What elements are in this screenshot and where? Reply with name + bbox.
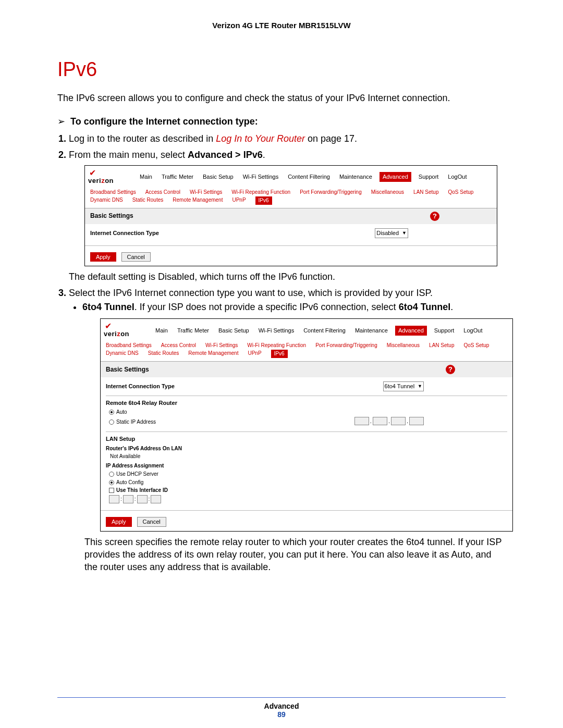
apply-button[interactable]: Apply [90,252,116,262]
subtab-upnp[interactable]: UPnP [248,350,261,358]
ip-assign-label: IP Address Assignment [106,462,507,470]
lan-addr-label: Router's IPv6 Address On LAN [106,445,507,452]
radio-icon[interactable] [109,419,114,425]
doc-header: Verizon 4G LTE Router MBR1515LVW [57,21,506,30]
tab-content-filtering[interactable]: Content Filtering [286,172,332,182]
check-icon [88,169,102,176]
subtab-remote-mgmt[interactable]: Remote Management [173,196,223,205]
section-basic-settings: Basic Settings ? [85,208,497,224]
subtab-broadband[interactable]: Broadband Settings [106,342,152,349]
subtab-wifi-repeat[interactable]: Wi-Fi Repeating Function [247,342,306,349]
subtab-qos[interactable]: QoS Setup [463,342,489,349]
subtab-lan[interactable]: LAN Setup [413,189,438,196]
tab-basic-setup[interactable]: Basic Setup [201,172,236,182]
sub-tabs-2: Broadband Settings Access Control Wi-Fi … [101,340,512,361]
chevron-down-icon: ▼ [418,383,422,389]
lan-heading: LAN Setup [106,435,507,443]
apply-button[interactable]: Apply [106,517,132,527]
subtab-misc[interactable]: Miscellaneous [371,189,404,196]
subtab-ddns[interactable]: Dynamic DNS [90,196,123,205]
subtab-qos[interactable]: QoS Setup [448,189,473,196]
auto-config-radio[interactable]: Auto Config [106,478,507,487]
subtab-remote-mgmt[interactable]: Remote Management [188,350,238,358]
tab-logout[interactable]: LogOut [461,326,484,336]
subtab-access-control[interactable]: Access Control [145,189,180,196]
note-after-shot1: The default setting is Disabled, which t… [69,270,506,283]
static-ip-input[interactable]: ... [354,417,424,425]
subtab-ddns[interactable]: Dynamic DNS [106,350,139,358]
subtab-broadband[interactable]: Broadband Settings [90,189,136,196]
subtab-ipv6[interactable]: IPv6 [255,196,272,205]
arrow-icon: ➢ [57,116,65,127]
relay-auto-radio[interactable]: Auto [106,408,507,416]
document-page: Verizon 4G LTE Router MBR1515LVW IPv6 Th… [0,0,563,728]
top-tabs-2: Main Traffic Meter Basic Setup Wi-Fi Set… [153,326,507,336]
task-heading: ➢To configure the Internet connection ty… [57,116,506,127]
tab-traffic-meter[interactable]: Traffic Meter [175,326,211,336]
subtab-static-routes[interactable]: Static Routes [132,196,163,205]
dhcp-radio[interactable]: Use DHCP Server [106,470,507,478]
ict-select-2[interactable]: 6to4 Tunnel▼ [383,381,424,391]
tab-maintenance[interactable]: Maintenance [353,326,390,336]
subtab-wifi[interactable]: Wi-Fi Settings [190,189,222,196]
relay-heading: Remote 6to4 Relay Router [106,399,507,407]
router-top-bar-2: verizon Main Traffic Meter Basic Setup W… [101,319,512,340]
bullet-6to4: 6to4 Tunnel. If your ISP does not provid… [82,301,506,313]
help-icon[interactable]: ? [430,212,439,221]
tab-advanced[interactable]: Advanced [395,326,427,336]
tab-wifi-settings[interactable]: Wi-Fi Settings [241,172,280,182]
subtab-wifi[interactable]: Wi-Fi Settings [205,342,238,349]
tab-logout[interactable]: LogOut [446,172,469,182]
tab-traffic-meter[interactable]: Traffic Meter [160,172,195,182]
subtab-upnp[interactable]: UPnP [232,196,246,205]
iface-id-check[interactable]: Use This Interface ID [106,486,507,495]
tab-support[interactable]: Support [432,326,457,336]
tab-wifi-settings[interactable]: Wi-Fi Settings [256,326,296,336]
subtab-ipv6[interactable]: IPv6 [271,350,288,358]
page-title: IPv6 [57,58,506,81]
router-screenshot-2: verizon Main Traffic Meter Basic Setup W… [100,318,513,531]
step-1: Log in to the router as described in Log… [69,132,506,145]
login-link-text: Log In to Your Router [216,133,305,144]
lan-addr-value: Not Available [106,453,507,460]
tab-support[interactable]: Support [417,172,441,182]
iface-id-input[interactable]: ::: [106,495,507,504]
row-ict: Internet Connection Type Disabled▼ [90,227,492,239]
checkbox-icon [109,488,114,493]
radio-icon [109,410,114,415]
steps-list: Log in to the router as described in Log… [69,132,506,573]
help-icon[interactable]: ? [446,365,455,374]
note-after-shot2: This screen specifies the remote relay r… [84,536,506,574]
chevron-down-icon: ▼ [402,230,407,236]
row-ict-2: Internet Connection Type 6to4 Tunnel▼ [106,380,507,392]
section-basic-settings-2: Basic Settings ? [101,361,512,377]
tab-basic-setup[interactable]: Basic Setup [216,326,251,336]
cancel-button[interactable]: Cancel [121,252,151,262]
tab-main[interactable]: Main [153,326,170,336]
tab-maintenance[interactable]: Maintenance [337,172,374,182]
radio-icon [109,472,114,477]
subtab-port-fwd[interactable]: Port Forwarding/Triggering [300,189,362,196]
sub-tabs: Broadband Settings Access Control Wi-Fi … [85,187,497,208]
subtab-wifi-repeat[interactable]: Wi-Fi Repeating Function [231,189,290,196]
tab-advanced[interactable]: Advanced [380,172,411,182]
verizon-logo: verizon [104,322,129,339]
intro-paragraph: The IPv6 screen allows you to configure … [57,92,506,104]
footer-section: Advanced [0,702,563,710]
step-3: Select the IPv6 Internet connection type… [69,287,506,574]
subtab-lan[interactable]: LAN Setup [429,342,454,349]
page-footer: Advanced 89 [0,697,563,719]
radio-icon [109,480,114,485]
check-icon [104,322,117,329]
cancel-button[interactable]: Cancel [137,517,166,527]
ict-select[interactable]: Disabled▼ [375,228,408,238]
router-top-bar: verizon Main Traffic Meter Basic Setup W… [85,166,497,187]
subtab-static-routes[interactable]: Static Routes [148,350,179,358]
tab-content-filtering[interactable]: Content Filtering [301,326,348,336]
step-2: From the main menu, select Advanced > IP… [69,149,506,283]
subtab-port-fwd[interactable]: Port Forwarding/Triggering [315,342,377,349]
subtab-access-control[interactable]: Access Control [161,342,196,349]
subtab-misc[interactable]: Miscellaneous [387,342,420,349]
footer-page: 89 [0,710,563,719]
tab-main[interactable]: Main [138,172,154,182]
